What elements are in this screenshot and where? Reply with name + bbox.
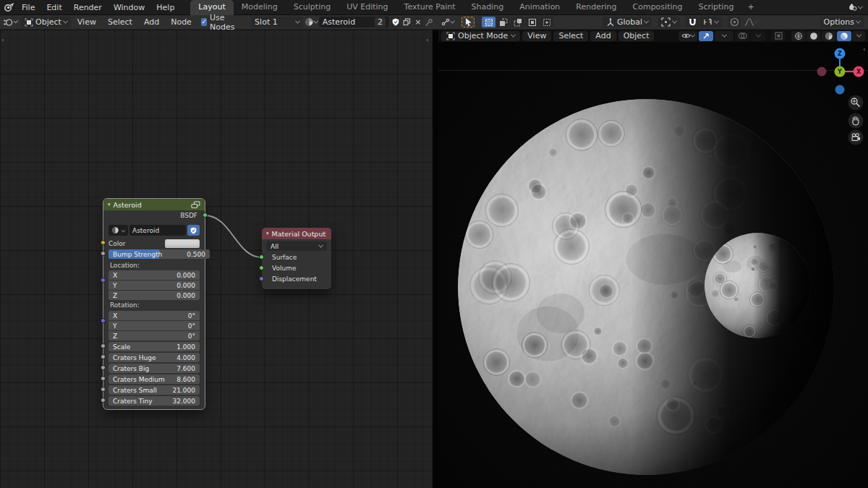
fake-user-shield-button[interactable] (187, 225, 200, 236)
editor-type-shader-icon[interactable] (3, 17, 13, 27)
select-mode-invert-button[interactable] (525, 17, 539, 27)
shader-menu-add[interactable]: Add (139, 17, 164, 27)
location-input-socket[interactable] (101, 278, 106, 283)
shading-material-button[interactable] (822, 31, 836, 41)
pivot-point-dropdown[interactable] (658, 17, 680, 27)
surface-input-socket[interactable] (259, 254, 264, 260)
axis-neg-z-ball[interactable] (835, 85, 845, 95)
pin-icon[interactable] (425, 17, 435, 27)
menu-help[interactable]: Help (150, 3, 180, 12)
tab-shading[interactable]: Shading (464, 0, 512, 15)
asteroid-node[interactable]: ▾ Asteroid BSDF Asteroid Color (103, 199, 205, 409)
mode-dropdown[interactable]: Object Mode (441, 31, 520, 41)
material-users-count[interactable]: 2 (375, 17, 386, 27)
scale-field[interactable]: Scale1.000 (109, 342, 200, 351)
shading-dropdown[interactable] (852, 31, 865, 41)
craters-huge-field[interactable]: Craters Huge4.000 (109, 353, 200, 362)
transform-orientation-dropdown[interactable]: Global (603, 17, 652, 27)
toolbar-expand-arrow[interactable]: › (1, 36, 4, 43)
volume-input-socket[interactable] (259, 265, 264, 270)
options-dropdown[interactable]: Options (820, 17, 864, 27)
chevron-down-icon[interactable] (858, 4, 863, 9)
location-y-field[interactable]: Y0.000 (109, 281, 200, 290)
menu-file[interactable]: File (16, 3, 41, 12)
select-mode-intersect-button[interactable] (540, 17, 553, 27)
object-type-visibility-dropdown[interactable] (678, 31, 697, 41)
node-material-name-field[interactable]: Asteroid (129, 225, 186, 236)
select-mode-set-button[interactable] (482, 17, 495, 27)
proportional-falloff-dropdown[interactable] (741, 17, 760, 27)
scene-icon[interactable] (847, 1, 857, 14)
shading-rendered-button[interactable] (837, 31, 851, 41)
sidebar-expand-arrow[interactable]: ‹ (426, 36, 429, 43)
craters-medium-field[interactable]: Craters Medium8.600 (109, 374, 200, 384)
displacement-input-socket[interactable] (259, 276, 264, 281)
shader-menu-select[interactable]: Select (103, 17, 137, 27)
xray-toggle[interactable] (771, 31, 786, 41)
fake-user-shield-button[interactable] (391, 17, 401, 27)
craters-small-socket[interactable] (101, 387, 106, 392)
color-input-socket[interactable] (101, 240, 106, 245)
viewport-menu-add[interactable]: Add (590, 31, 616, 41)
zoom-button[interactable] (848, 95, 864, 111)
bsdf-output-socket[interactable] (203, 213, 208, 218)
material-browse-dropdown[interactable] (109, 225, 128, 236)
copy-material-button[interactable] (401, 17, 412, 27)
scale-input-socket[interactable] (101, 343, 106, 348)
bump-strength-socket[interactable] (101, 251, 106, 256)
material-name-field[interactable]: Asteroid 2 (319, 17, 389, 27)
craters-huge-socket[interactable] (101, 354, 106, 359)
viewport-menu-view[interactable]: View (522, 31, 551, 41)
blender-logo-icon[interactable] (0, 2, 16, 12)
use-nodes-checkbox[interactable]: ✓ Use Nodes (201, 13, 241, 32)
active-tool-icon[interactable] (438, 17, 456, 27)
snap-toggle-button[interactable] (686, 17, 699, 27)
unlink-material-button[interactable]: × (413, 17, 423, 27)
add-workspace-button[interactable]: + (741, 0, 760, 15)
output-target-dropdown[interactable]: All (266, 241, 327, 251)
show-gizmos-toggle[interactable] (699, 31, 713, 41)
location-z-field[interactable]: Z0.000 (109, 291, 200, 300)
color-swatch-button[interactable] (165, 239, 200, 248)
area-splitter[interactable] (433, 30, 438, 488)
sidebar-expand-arrow[interactable]: ‹ (863, 46, 866, 53)
craters-small-field[interactable]: Craters Small21.000 (109, 385, 200, 395)
show-overlays-toggle[interactable] (735, 31, 749, 41)
chevron-down-icon[interactable] (14, 19, 18, 23)
craters-big-field[interactable]: Craters Big7.600 (109, 364, 200, 373)
craters-medium-socket[interactable] (101, 376, 106, 381)
viewport-canvas[interactable]: Z X Y ‹ (434, 42, 868, 488)
select-mode-subtract-button[interactable] (511, 17, 524, 27)
menu-render[interactable]: Render (68, 3, 108, 12)
tab-rendering[interactable]: Rendering (568, 0, 624, 15)
shader-menu-node[interactable]: Node (166, 17, 197, 27)
shader-menu-view[interactable]: View (72, 17, 101, 27)
viewport-menu-select[interactable]: Select (553, 31, 588, 41)
tweak-tool-button[interactable] (461, 17, 475, 27)
craters-big-socket[interactable] (101, 365, 106, 370)
pan-button[interactable] (848, 114, 864, 129)
shader-type-dropdown[interactable]: Object (21, 17, 71, 27)
bump-strength-slider[interactable]: Bump Strength 0.500 (109, 249, 210, 259)
tab-compositing[interactable]: Compositing (625, 0, 691, 15)
material-browse-dropdown[interactable] (305, 17, 318, 27)
rotation-z-field[interactable]: Z0° (109, 331, 200, 341)
rotation-x-field[interactable]: X0° (109, 311, 200, 320)
location-x-field[interactable]: X0.000 (109, 270, 200, 280)
shading-wireframe-button[interactable] (791, 31, 806, 41)
material-output-node[interactable]: ▾ Material Output All Surface Volume Dis… (262, 228, 331, 289)
asteroid-node-header[interactable]: ▾ Asteroid (103, 199, 205, 210)
rotation-y-field[interactable]: Y0° (109, 321, 200, 330)
axis-neg-x-ball[interactable] (817, 67, 827, 77)
collapse-arrow-icon[interactable]: ▾ (108, 202, 111, 207)
camera-view-button[interactable] (848, 130, 864, 145)
craters-tiny-socket[interactable] (101, 398, 106, 403)
proportional-edit-button[interactable] (728, 17, 741, 27)
select-mode-extend-button[interactable] (496, 17, 510, 27)
slot-dropdown[interactable]: Slot 1 (251, 17, 303, 27)
shading-solid-button[interactable] (807, 31, 821, 41)
gizmos-dropdown[interactable] (715, 31, 733, 41)
overlays-dropdown[interactable] (751, 31, 765, 41)
shader-editor-canvas[interactable]: › ‹ ▾ Asteroid BSDF Asteroid (0, 30, 434, 488)
craters-tiny-field[interactable]: Craters Tiny32.000 (109, 396, 200, 406)
